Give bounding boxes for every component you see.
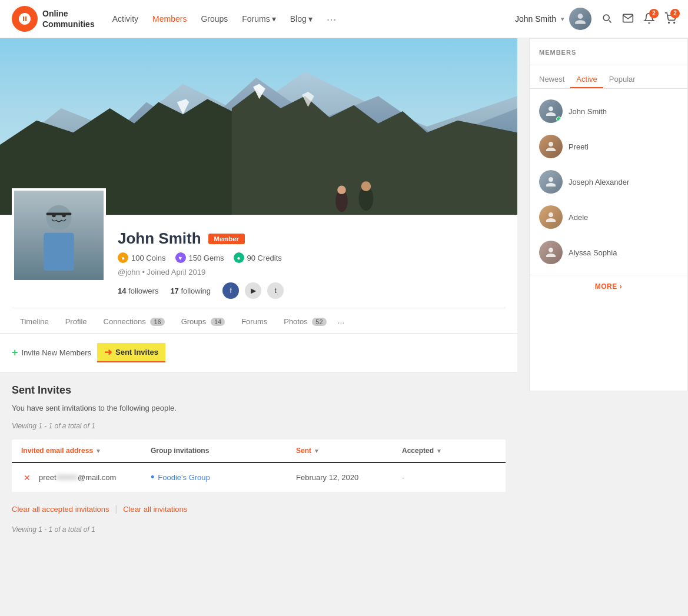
profile-person-silhouette [35, 200, 82, 271]
member-item-preeti[interactable]: Preeti [530, 129, 687, 164]
tabs-more-dots[interactable]: ··· [338, 318, 345, 327]
following-count: 17 following [170, 287, 211, 295]
nav-groups[interactable]: Groups [201, 14, 228, 24]
group-name-value[interactable]: Foodie's Group [158, 473, 210, 482]
invite-new-label: Invite New Members [22, 348, 91, 357]
sidebar-tab-newest[interactable]: Newest [539, 71, 570, 88]
sent-invites-label: Sent Invites [115, 348, 158, 357]
more-members-button[interactable]: MORE › [539, 282, 678, 291]
member-item-joseph[interactable]: Joseph Alexander [530, 164, 687, 199]
header-right: John Smith ▾ 2 2 [515, 8, 676, 30]
sort-arrow-sent: ▼ [314, 448, 320, 454]
header-accepted[interactable]: Accepted ▼ [402, 447, 496, 455]
social-icons: f ▶ t [222, 282, 284, 299]
notifications-icon-button[interactable]: 2 [643, 12, 655, 26]
header-group: Group invitations [151, 447, 296, 455]
table-row: ✕ preet••••••••@mail.com • Foodie's Grou… [12, 463, 506, 492]
member-name-preeti: Preeti [569, 142, 589, 151]
facebook-icon[interactable]: f [222, 282, 239, 299]
clear-accepted-link[interactable]: Clear all accepted invitations [12, 505, 109, 514]
credits-icon: ● [234, 252, 244, 263]
youtube-icon[interactable]: ▶ [245, 282, 261, 299]
sidebar-header: MEMBERS [530, 39, 687, 65]
clear-all-link[interactable]: Clear all invitations [123, 505, 187, 514]
nav-activity[interactable]: Activity [112, 14, 138, 24]
sent-invites-button[interactable]: ➜ Sent Invites [97, 343, 165, 362]
member-item-alyssa[interactable]: Alyssa Sophia [530, 235, 687, 270]
sidebar-tabs: Newest Active Popular [530, 65, 687, 89]
tab-groups[interactable]: Groups 14 [173, 311, 234, 333]
member-item-john[interactable]: John Smith [530, 94, 687, 129]
member-item-adele[interactable]: Adele [530, 199, 687, 235]
svg-point-1 [674, 22, 675, 23]
viewing-count-top: Viewing 1 - 1 of a total of 1 [12, 422, 506, 430]
user-name-label: John Smith [515, 14, 556, 24]
tab-photos[interactable]: Photos 52 [275, 311, 334, 333]
twitter-icon[interactable]: t [267, 282, 284, 299]
connections-badge: 16 [150, 318, 164, 326]
member-name-joseph: Joseph Alexander [569, 178, 629, 187]
sort-arrow-email: ▼ [95, 448, 101, 454]
followers-row: 14 followers 17 following f ▶ t [118, 282, 506, 299]
nav-blog[interactable]: Blog ▾ [290, 14, 313, 24]
header-email[interactable]: Invited email address ▼ [21, 447, 151, 455]
header-sent[interactable]: Sent ▼ [296, 447, 402, 455]
header: Online Communities Activity Members Grou… [0, 0, 688, 38]
svg-point-11 [361, 181, 371, 191]
chevron-right-icon: › [620, 282, 623, 291]
tab-timeline[interactable]: Timeline [12, 311, 57, 333]
logo[interactable]: Online Communities [12, 6, 95, 32]
chevron-down-icon: ▾ [308, 14, 313, 24]
content-area: John Smith Member ● 100 Coins ♥ 150 Gems [0, 38, 517, 555]
profile-details: John Smith Member ● 100 Coins ♥ 150 Gems [118, 224, 506, 299]
sidebar-more: MORE › [530, 275, 687, 298]
profile-info: John Smith Member ● 100 Coins ♥ 150 Gems [12, 224, 506, 308]
sent-invites-title: Sent Invites [12, 384, 506, 397]
profile-avatar-image [14, 191, 104, 280]
nav-members[interactable]: Members [152, 14, 187, 24]
coins-icon: ● [118, 252, 128, 263]
avatar-image [569, 8, 591, 30]
followers-count: 14 followers [118, 287, 158, 295]
profile-name-row: John Smith Member [118, 229, 506, 248]
arrow-icon: ➜ [104, 347, 112, 358]
nav-forums[interactable]: Forums ▾ [242, 14, 275, 24]
member-avatar-adele [539, 205, 563, 229]
search-icon-button[interactable] [601, 12, 613, 26]
coins-label: 100 Coins [131, 254, 166, 262]
invite-new-members-button[interactable]: + Invite New Members [12, 347, 91, 359]
viewing-count-bottom: Viewing 1 - 1 of a total of 1 [12, 525, 506, 534]
accepted-cell: - [402, 473, 496, 482]
tab-connections[interactable]: Connections 16 [95, 311, 173, 333]
sidebar-tab-popular[interactable]: Popular [603, 71, 642, 88]
credits-label: 90 Credits [247, 254, 282, 262]
messages-icon-button[interactable] [622, 12, 634, 26]
tab-forums[interactable]: Forums [233, 311, 275, 333]
delete-invite-button[interactable]: ✕ [21, 472, 33, 484]
groups-badge: 14 [211, 318, 225, 326]
member-name-alyssa: Alyssa Sophia [569, 248, 617, 257]
chevron-down-icon: ▾ [561, 15, 564, 23]
group-cell: • Foodie's Group [151, 471, 296, 484]
sort-arrow-accepted: ▼ [436, 448, 442, 454]
coins-stat: ● 100 Coins [118, 252, 166, 263]
profile-name: John Smith [118, 229, 201, 248]
profile-handle: @john • Joined April 2019 [118, 268, 506, 277]
tab-profile[interactable]: Profile [57, 311, 95, 333]
cart-badge: 2 [670, 9, 680, 18]
sidebar-tab-active[interactable]: Active [570, 71, 603, 88]
svg-rect-18 [46, 212, 72, 215]
bullet-icon: • [151, 471, 154, 484]
table-header: Invited email address ▼ Group invitation… [12, 439, 506, 463]
svg-point-0 [669, 22, 670, 23]
invites-table: Invited email address ▼ Group invitation… [12, 439, 506, 492]
user-info[interactable]: John Smith ▾ [515, 8, 591, 30]
member-avatar-john [539, 99, 563, 123]
nav-more-dots[interactable]: ··· [327, 12, 337, 26]
gems-label: 150 Gems [189, 254, 224, 262]
invite-buttons-section: + Invite New Members ➜ Sent Invites [0, 334, 517, 372]
member-badge: Member [208, 234, 245, 244]
cart-icon-button[interactable]: 2 [664, 12, 676, 26]
profile-avatar-container [12, 188, 106, 282]
member-name-adele: Adele [569, 213, 588, 222]
